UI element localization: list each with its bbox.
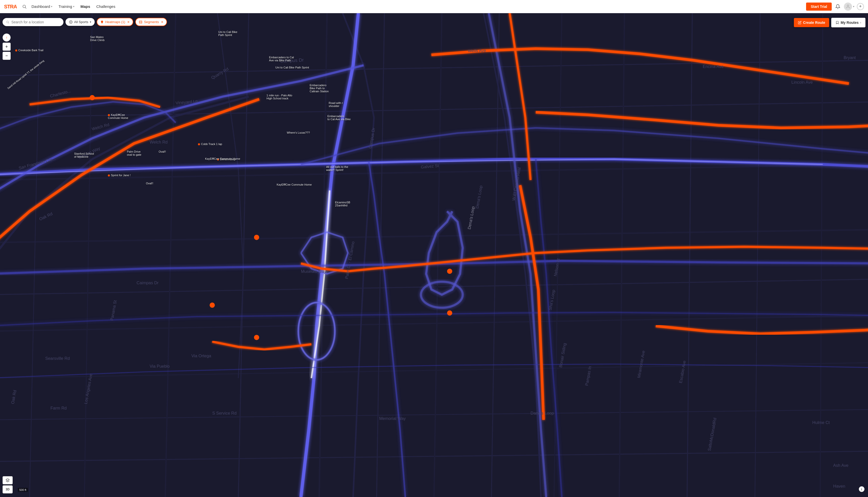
segments-close-icon[interactable]: ✕ bbox=[161, 20, 163, 24]
svg-point-77 bbox=[6, 21, 9, 23]
header-search-icon[interactable] bbox=[22, 4, 27, 9]
map-container[interactable]: Campus Dr Wells Ave Encina Ave Lincoln A… bbox=[0, 13, 434, 248]
zoom-out-button[interactable]: − bbox=[2, 52, 11, 60]
heatmaps-close-icon[interactable]: ✕ bbox=[127, 20, 130, 24]
svg-rect-4 bbox=[0, 13, 434, 248]
zoom-in-button[interactable]: + bbox=[2, 43, 11, 51]
svg-line-78 bbox=[9, 23, 9, 23]
all-sports-filter[interactable]: All Sports ▾ bbox=[66, 18, 95, 26]
header: STRAVA Dashboard ▾ Training ▾ Maps Chall… bbox=[0, 0, 434, 13]
svg-text:Welch Rd: Welch Rd bbox=[150, 140, 167, 144]
strava-logo[interactable]: STRAVA bbox=[4, 4, 17, 9]
training-chevron-icon: ▾ bbox=[73, 5, 74, 8]
nav-challenges[interactable]: Challenges bbox=[94, 3, 118, 10]
svg-rect-81 bbox=[139, 20, 142, 23]
compass-button[interactable]: ↑ bbox=[2, 33, 11, 42]
svg-line-2 bbox=[25, 8, 26, 9]
svg-point-79 bbox=[69, 20, 72, 24]
svg-text:STRAVA: STRAVA bbox=[4, 4, 17, 9]
sports-icon bbox=[69, 20, 72, 24]
search-box[interactable] bbox=[2, 18, 64, 26]
segments-icon bbox=[139, 20, 142, 24]
search-icon bbox=[6, 20, 9, 24]
svg-point-80 bbox=[70, 22, 71, 23]
map-toolbar: All Sports ▾ Heatmaps (1) ✕ Segments ✕ bbox=[2, 18, 167, 26]
nav-dashboard[interactable]: Dashboard ▾ bbox=[29, 3, 55, 10]
nav-training[interactable]: Training ▾ bbox=[56, 3, 77, 10]
dashboard-chevron-icon: ▾ bbox=[51, 5, 52, 8]
map-svg: Campus Dr Wells Ave Encina Ave Lincoln A… bbox=[0, 13, 434, 248]
location-search-input[interactable] bbox=[11, 20, 60, 24]
map-controls: ↑ + − bbox=[2, 33, 11, 60]
main-nav: Dashboard ▾ Training ▾ Maps Challenges bbox=[29, 3, 434, 10]
svg-point-31 bbox=[254, 235, 259, 240]
svg-point-34 bbox=[89, 95, 95, 100]
segments-filter[interactable]: Segments ✕ bbox=[135, 18, 167, 26]
sports-chevron-icon: ▾ bbox=[90, 20, 91, 23]
heatmaps-filter[interactable]: Heatmaps (1) ✕ bbox=[97, 18, 134, 26]
nav-maps[interactable]: Maps bbox=[78, 3, 93, 10]
svg-point-1 bbox=[23, 5, 26, 8]
heatmap-icon bbox=[100, 20, 104, 24]
